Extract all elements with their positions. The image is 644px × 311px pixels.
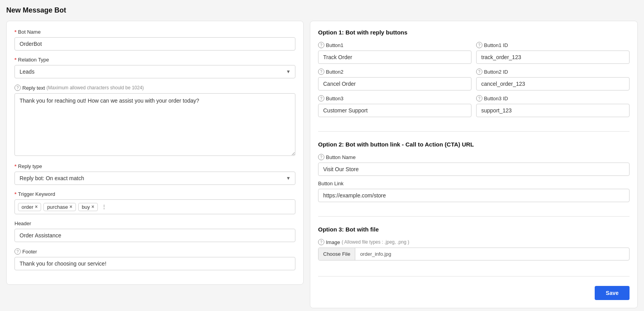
option1-button1-input[interactable]	[318, 51, 471, 64]
tags-container[interactable]: order × purchase × buy × ⋮	[14, 199, 295, 214]
bot-name-input[interactable]	[14, 37, 295, 51]
option1-button1-group: ? Button1	[318, 42, 471, 64]
trigger-keyword-label: * Trigger Keyword	[14, 191, 295, 197]
option2-button-name-group: ? Button Name	[318, 154, 630, 176]
reply-text-input[interactable]: Thank you for reaching out! How can we a…	[14, 93, 295, 156]
option1-button3-id-input[interactable]	[476, 104, 630, 117]
tag-buy-label: buy	[82, 204, 90, 210]
relation-type-label: * Relation Type	[14, 57, 295, 63]
footer-info-icon: ?	[14, 248, 21, 255]
option3-title: Option 3: Bot with file	[318, 226, 630, 233]
option1-button2-row: ? Button2 ? Button2 ID	[318, 69, 630, 90]
reply-text-info-icon: ?	[14, 85, 21, 91]
save-btn-row: Save	[318, 286, 630, 300]
option1-button3-row: ? Button3 ? Button3 ID	[318, 95, 630, 117]
option2-button-name-info-icon: ?	[318, 154, 324, 160]
footer-label: ? Footer	[14, 248, 295, 255]
footer-group: ? Footer	[14, 248, 295, 270]
option2-button-link-input[interactable]	[318, 189, 630, 202]
trigger-keyword-group: * Trigger Keyword order × purchase × buy…	[14, 191, 295, 214]
tag-buy-remove[interactable]: ×	[92, 204, 94, 209]
tag-purchase: purchase ×	[43, 203, 76, 211]
tag-order-label: order	[22, 204, 33, 210]
bot-name-label: * Bot Name	[14, 29, 295, 35]
option3-file-name: order_info.jpg	[355, 248, 396, 260]
tags-add-button[interactable]: ⋮	[100, 203, 108, 211]
required-star-3: *	[14, 163, 16, 169]
option1-button2-group: ? Button2	[318, 69, 471, 90]
option2-section: Option 2: Bot with button link - Call to…	[318, 141, 630, 217]
option1-button1-id-info-icon: ?	[476, 42, 482, 48]
header-label: Header	[14, 221, 295, 226]
option1-button1-row: ? Button1 ? Button1 ID	[318, 42, 630, 64]
reply-type-select[interactable]: Reply bot: On exact match Reply bot: On …	[14, 172, 295, 185]
option1-button3-id-info-icon: ?	[476, 95, 482, 101]
save-button[interactable]: Save	[595, 286, 630, 300]
option2-button-link-group: Button Link	[318, 181, 630, 202]
option3-image-label: ? Image ( Allowed file types : .jpeg, .p…	[318, 239, 630, 245]
option1-button1-label: ? Button1	[318, 42, 471, 48]
relation-type-group: * Relation Type Leads Contacts ▼	[14, 57, 295, 78]
option1-button3-id-label: ? Button3 ID	[476, 95, 630, 101]
option1-button2-label: ? Button2	[318, 69, 471, 75]
page-title: New Message Bot	[6, 6, 638, 14]
tag-buy: buy ×	[78, 203, 98, 211]
tag-order: order ×	[18, 203, 41, 211]
reply-type-group: * Reply type Reply bot: On exact match R…	[14, 163, 295, 185]
tag-purchase-remove[interactable]: ×	[70, 204, 72, 209]
relation-type-select[interactable]: Leads Contacts	[14, 65, 295, 78]
option1-button2-id-info-icon: ?	[476, 69, 482, 75]
option2-button-name-label: ? Button Name	[318, 154, 630, 160]
required-star-4: *	[14, 191, 16, 197]
header-input[interactable]	[14, 229, 295, 242]
option1-button1-id-group: ? Button1 ID	[476, 42, 630, 64]
option3-section: Option 3: Bot with file ? Image ( Allowe…	[318, 226, 630, 277]
option1-button2-input[interactable]	[318, 77, 471, 90]
option3-choose-file-button[interactable]: Choose File	[318, 248, 355, 260]
bot-name-group: * Bot Name	[14, 29, 295, 51]
option2-button-name-input[interactable]	[318, 163, 630, 176]
option1-button3-info-icon: ?	[318, 95, 324, 101]
option1-button2-id-group: ? Button2 ID	[476, 69, 630, 90]
reply-type-wrapper: Reply bot: On exact match Reply bot: On …	[14, 172, 295, 185]
reply-text-label: ? Reply text (Maximum allowed characters…	[14, 85, 295, 91]
tag-order-remove[interactable]: ×	[35, 204, 38, 209]
option1-button2-info-icon: ?	[318, 69, 324, 75]
reply-text-group: ? Reply text (Maximum allowed characters…	[14, 85, 295, 157]
main-layout: * Bot Name * Relation Type Leads Contact…	[6, 21, 638, 308]
option1-button2-id-label: ? Button2 ID	[476, 69, 630, 75]
left-panel: * Bot Name * Relation Type Leads Contact…	[6, 21, 304, 285]
option2-button-link-label: Button Link	[318, 181, 630, 186]
option1-section: Option 1: Bot with reply buttons ? Butto…	[318, 29, 630, 132]
option1-button3-id-group: ? Button3 ID	[476, 95, 630, 117]
option1-button3-label: ? Button3	[318, 95, 471, 101]
option1-title: Option 1: Bot with reply buttons	[318, 29, 630, 36]
right-panel: Option 1: Bot with reply buttons ? Butto…	[310, 21, 638, 308]
required-star-1: *	[14, 29, 16, 35]
relation-type-wrapper: Leads Contacts ▼	[14, 65, 295, 78]
option1-button1-id-label: ? Button1 ID	[476, 42, 630, 48]
header-group: Header	[14, 221, 295, 242]
option2-title: Option 2: Bot with button link - Call to…	[318, 141, 630, 148]
option3-image-info-icon: ?	[318, 239, 324, 245]
option3-file-input-row: Choose File order_info.jpg	[318, 248, 630, 260]
option1-button1-id-input[interactable]	[476, 51, 630, 64]
option1-button3-group: ? Button3	[318, 95, 471, 117]
option1-button3-input[interactable]	[318, 104, 471, 117]
reply-type-label: * Reply type	[14, 163, 295, 169]
tag-purchase-label: purchase	[47, 204, 68, 210]
option1-button2-id-input[interactable]	[476, 77, 630, 90]
option1-button1-info-icon: ?	[318, 42, 324, 48]
footer-input[interactable]	[14, 257, 295, 270]
required-star-2: *	[14, 57, 16, 63]
option3-image-group: ? Image ( Allowed file types : .jpeg, .p…	[318, 239, 630, 260]
